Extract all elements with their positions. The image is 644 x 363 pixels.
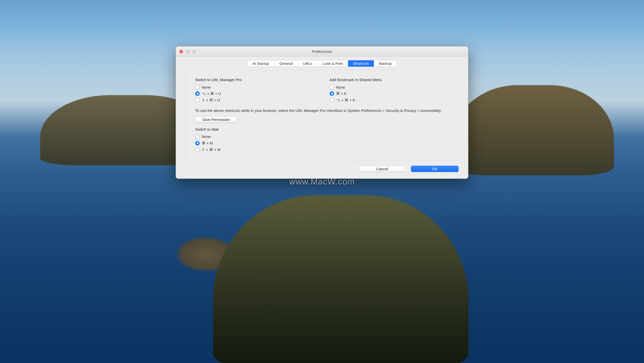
shortcuts-pane: Switch to URL Manager Pro None⌥ + ⌘ + U⇧… — [185, 70, 459, 160]
radio-add-bookmark-1[interactable] — [330, 91, 334, 96]
preferences-window: Preferences At StartupGeneralURLsLook & … — [176, 46, 468, 179]
tab-backup[interactable]: Backup — [374, 60, 397, 67]
window-minimize-button — [186, 50, 189, 53]
radio-label: ⌥ + ⌘ + K — [336, 98, 355, 102]
radio-option-add-bookmark-0[interactable]: None — [330, 85, 449, 89]
radio-label: None — [336, 85, 345, 89]
ok-button[interactable]: OK — [411, 166, 459, 172]
group-switch-to-mail: Switch to Mail None⌘ + M⇧ + ⌘ + M — [195, 127, 449, 152]
radio-add-bookmark-0[interactable] — [330, 85, 334, 89]
bg-island-right — [454, 85, 614, 175]
radio-option-switch-mail-0[interactable]: None — [195, 134, 449, 139]
radio-option-add-bookmark-1[interactable]: ⌘ + K — [330, 91, 449, 96]
radio-option-switch-mail-1[interactable]: ⌘ + M — [195, 141, 449, 145]
radio-label: ⇧ + ⌘ + U — [202, 98, 220, 102]
preferences-tabbar: At StartupGeneralURLsLook & FeelShortcut… — [176, 57, 468, 69]
window-zoom-button — [192, 50, 196, 53]
radio-switch-mail-0[interactable] — [195, 134, 200, 139]
radio-label: ⌥ + ⌘ + U — [202, 91, 221, 96]
radio-option-switch-mail-2[interactable]: ⇧ + ⌘ + M — [195, 147, 449, 152]
radio-label: ⌘ + M — [202, 141, 213, 145]
accessibility-hint: To use the above shortcuts while in your… — [195, 108, 449, 113]
group-add-bookmark-shared: Add Bookmark in Shared Menu None⌘ + K⌥ +… — [330, 78, 449, 104]
window-traffic-lights — [179, 50, 196, 53]
tab-urls[interactable]: URLs — [298, 60, 318, 67]
group-title-switch-ump: Switch to URL Manager Pro — [195, 78, 314, 82]
radio-label: ⌘ + K — [336, 91, 347, 96]
radio-option-add-bookmark-2[interactable]: ⌥ + ⌘ + K — [330, 98, 449, 102]
give-permission-button[interactable]: Give Permission — [195, 116, 237, 123]
radio-option-switch-ump-2[interactable]: ⇧ + ⌘ + U — [195, 98, 314, 102]
window-titlebar: Preferences — [176, 47, 468, 57]
radio-label: None — [202, 85, 211, 89]
preferences-tabs: At StartupGeneralURLsLook & FeelShortcut… — [247, 60, 397, 67]
cancel-button[interactable]: Cancel — [358, 166, 406, 172]
dialog-buttons-row: Cancel OK — [176, 166, 468, 178]
radio-add-bookmark-2[interactable] — [330, 98, 334, 102]
desktop-background: www.MacW.com Preferences At StartupGener… — [0, 0, 644, 363]
radio-switch-ump-2[interactable] — [195, 98, 200, 102]
window-close-button[interactable] — [179, 50, 183, 53]
window-title: Preferences — [312, 49, 332, 54]
radio-switch-ump-1[interactable] — [195, 91, 200, 96]
tab-shortcuts[interactable]: Shortcuts — [348, 60, 374, 67]
radio-switch-ump-0[interactable] — [195, 85, 200, 89]
group-title-switch-mail: Switch to Mail — [195, 127, 449, 131]
tab-at-startup[interactable]: At Startup — [247, 60, 274, 67]
radio-option-switch-ump-0[interactable]: None — [195, 85, 314, 89]
radio-switch-mail-1[interactable] — [195, 141, 200, 145]
radio-label: None — [202, 134, 211, 139]
tab-look-feel[interactable]: Look & Feel — [318, 60, 348, 67]
group-title-add-bookmark: Add Bookmark in Shared Menu — [330, 78, 449, 82]
radio-switch-mail-2[interactable] — [195, 147, 200, 152]
group-switch-url-manager-pro: Switch to URL Manager Pro None⌥ + ⌘ + U⇧… — [195, 78, 314, 104]
tab-general[interactable]: General — [274, 60, 298, 67]
bg-island-front — [213, 195, 469, 363]
radio-option-switch-ump-1[interactable]: ⌥ + ⌘ + U — [195, 91, 314, 96]
radio-label: ⇧ + ⌘ + M — [202, 147, 221, 152]
